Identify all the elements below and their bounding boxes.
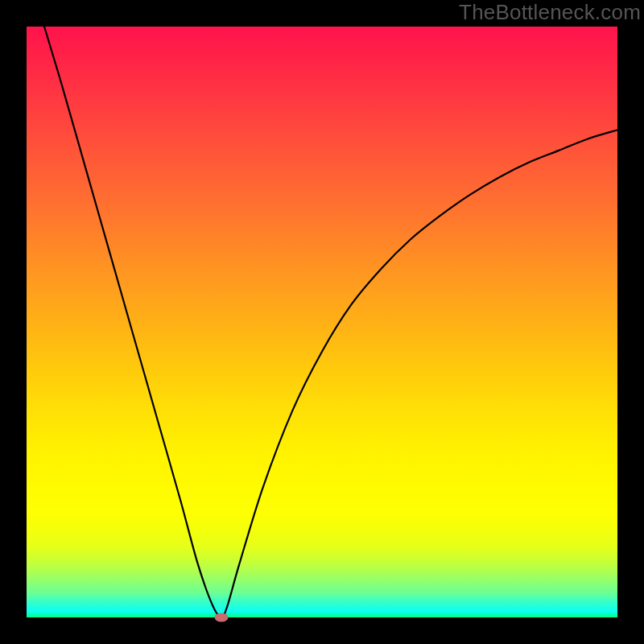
plot-area [27, 27, 617, 617]
bottleneck-curve [44, 27, 617, 617]
curve-svg [27, 27, 617, 617]
watermark-text: TheBottleneck.com [459, 0, 641, 25]
chart-container: TheBottleneck.com [0, 0, 644, 644]
minimum-marker [215, 613, 229, 622]
